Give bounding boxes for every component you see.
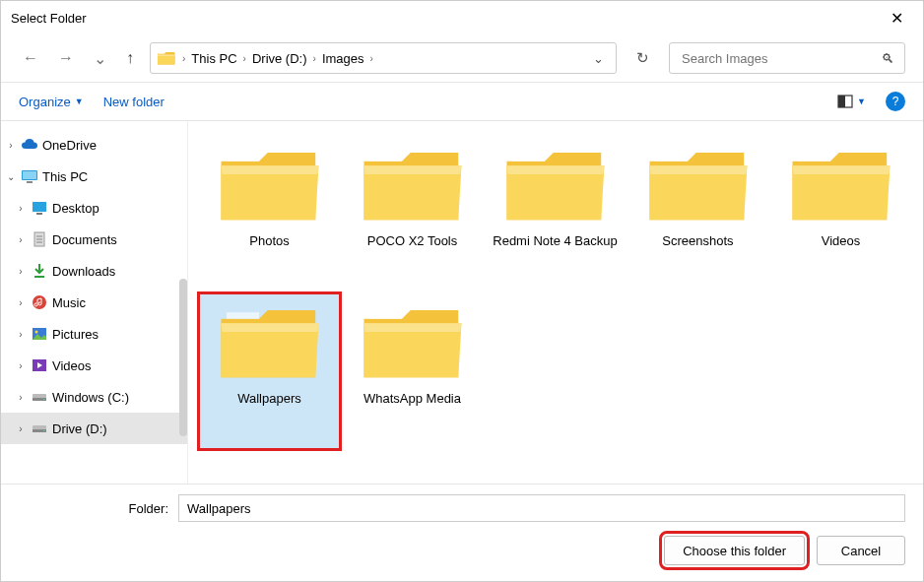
back-icon[interactable]: ← <box>19 45 42 71</box>
download-icon <box>31 263 48 279</box>
folder-content: Photos POCO X2 Tools Redmi Note 4 Backup… <box>188 121 923 484</box>
breadcrumb[interactable]: › This PC › Drive (D:) › Images › ⌄ <box>150 42 617 74</box>
folder-poco[interactable]: POCO X2 Tools <box>341 135 484 292</box>
tree-music[interactable]: › Music <box>1 287 187 318</box>
dialog-window: Select Folder ✕ ← → ⌄ ↑ › This PC › Driv… <box>0 0 924 582</box>
folder-icon <box>216 141 324 229</box>
desktop-icon <box>31 200 48 216</box>
chevron-right-icon: › <box>313 53 316 64</box>
help-icon[interactable]: ? <box>886 92 905 111</box>
chevron-right-icon[interactable]: › <box>15 423 27 434</box>
music-icon <box>31 294 48 310</box>
breadcrumb-images[interactable]: Images <box>322 51 364 66</box>
search-icon[interactable]: 🔍︎ <box>882 51 894 66</box>
refresh-icon[interactable]: ↻ <box>628 49 657 67</box>
cancel-button[interactable]: Cancel <box>817 536 905 565</box>
chevron-right-icon[interactable]: › <box>15 234 27 245</box>
breadcrumb-drive[interactable]: Drive (D:) <box>252 51 307 66</box>
new-folder-button[interactable]: New folder <box>103 95 165 109</box>
svg-point-23 <box>43 430 45 432</box>
folder-videos[interactable]: Videos <box>769 135 912 292</box>
breadcrumb-thispc[interactable]: This PC <box>191 51 236 66</box>
picture-icon <box>31 326 48 342</box>
tree-drive-d[interactable]: › Drive (D:) <box>1 413 187 444</box>
svg-rect-6 <box>33 202 46 212</box>
monitor-icon <box>21 168 38 184</box>
folder-whatsapp[interactable]: WhatsApp Media <box>341 292 484 450</box>
svg-point-15 <box>35 331 38 334</box>
tree-documents[interactable]: › Documents <box>1 224 187 255</box>
drive-icon <box>31 389 48 405</box>
recent-dropdown-icon[interactable]: ⌄ <box>90 45 110 72</box>
view-icon <box>837 95 853 108</box>
chevron-right-icon[interactable]: › <box>15 297 27 308</box>
chevron-right-icon: › <box>243 53 246 64</box>
tree-onedrive[interactable]: › OneDrive <box>1 129 187 161</box>
tree-desktop[interactable]: › Desktop <box>1 192 187 224</box>
folder-wallpapers[interactable]: Wallpapers <box>198 292 341 450</box>
folder-icon <box>359 298 467 387</box>
folder-icon <box>787 141 895 229</box>
folder-redmi[interactable]: Redmi Note 4 Backup <box>484 135 627 292</box>
nav-row: ← → ⌄ ↑ › This PC › Drive (D:) › Images … <box>1 34 923 82</box>
main-area: › OneDrive ⌄ This PC › Desktop › <box>1 121 923 484</box>
svg-rect-5 <box>27 181 33 183</box>
folder-icon <box>359 141 467 229</box>
search-input[interactable] <box>680 50 882 67</box>
toolbar: Organize ▼ New folder ▼ ? <box>1 82 923 121</box>
folder-icon <box>644 141 753 229</box>
tree-pictures[interactable]: › Pictures <box>1 318 187 350</box>
folder-icon <box>216 298 324 387</box>
search-box[interactable]: 🔍︎ <box>669 42 905 74</box>
tree-downloads[interactable]: › Downloads <box>1 255 187 287</box>
chevron-right-icon[interactable]: › <box>15 360 27 371</box>
svg-point-20 <box>43 399 45 401</box>
view-menu[interactable]: ▼ <box>837 95 866 108</box>
folder-photos[interactable]: Photos <box>198 135 341 292</box>
svg-rect-4 <box>23 171 36 179</box>
chevron-right-icon: › <box>370 53 373 64</box>
folder-screenshots[interactable]: Screenshots <box>627 135 769 292</box>
button-row: Choose this folder Cancel <box>19 536 905 565</box>
tree-thispc[interactable]: ⌄ This PC <box>1 161 187 192</box>
chevron-down-icon: ▼ <box>75 97 84 106</box>
chevron-right-icon[interactable]: › <box>15 266 27 277</box>
chevron-down-icon[interactable]: ⌄ <box>5 171 17 182</box>
folder-field-label: Folder: <box>119 501 168 516</box>
forward-icon[interactable]: → <box>54 45 78 71</box>
document-icon <box>31 231 48 247</box>
choose-folder-button[interactable]: Choose this folder <box>664 536 805 565</box>
chevron-right-icon[interactable]: › <box>5 140 17 151</box>
close-icon[interactable]: ✕ <box>881 5 913 32</box>
window-title: Select Folder <box>11 11 87 26</box>
chevron-right-icon: › <box>182 53 185 64</box>
chevron-right-icon[interactable]: › <box>15 392 27 403</box>
svg-rect-2 <box>838 96 845 107</box>
cloud-icon <box>21 137 38 153</box>
folder-name-row: Folder: <box>19 494 905 522</box>
up-icon[interactable]: ↑ <box>122 45 138 71</box>
chevron-down-icon: ▼ <box>857 97 866 106</box>
folder-icon <box>501 141 610 229</box>
scrollbar-thumb[interactable] <box>179 279 187 436</box>
tree-videos[interactable]: › Videos <box>1 350 187 381</box>
folder-icon <box>157 50 176 66</box>
titlebar: Select Folder ✕ <box>1 1 923 34</box>
video-icon <box>31 357 48 373</box>
chevron-right-icon[interactable]: › <box>15 203 27 214</box>
drive-icon <box>31 420 48 436</box>
bottom-panel: Folder: Choose this folder Cancel <box>1 484 923 581</box>
svg-rect-7 <box>36 213 42 215</box>
navigation-tree: › OneDrive ⌄ This PC › Desktop › <box>1 121 188 484</box>
tree-windows-c[interactable]: › Windows (C:) <box>1 381 187 413</box>
organize-menu[interactable]: Organize ▼ <box>19 95 84 109</box>
chevron-right-icon[interactable]: › <box>15 329 27 340</box>
breadcrumb-dropdown-icon[interactable]: ⌄ <box>587 49 610 68</box>
folder-name-input[interactable] <box>178 494 905 522</box>
